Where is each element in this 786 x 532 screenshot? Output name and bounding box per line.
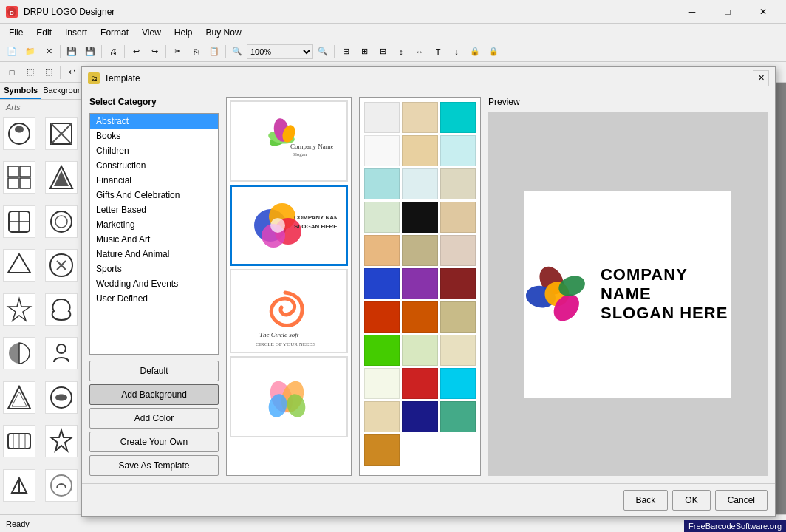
tb2-2[interactable]: ⬚ <box>21 64 39 81</box>
tb-extra2[interactable]: ⊞ <box>355 44 373 60</box>
color-swatch-29[interactable] <box>440 401 476 432</box>
color-swatch-1[interactable] <box>402 102 437 133</box>
zoom-out-button[interactable]: 🔍 <box>314 44 332 60</box>
color-swatch-3[interactable] <box>364 135 400 166</box>
symbol-7[interactable] <box>3 249 35 282</box>
cancel-button[interactable]: Cancel <box>715 490 768 511</box>
menu-help[interactable]: Help <box>168 26 199 39</box>
delete-button[interactable]: ✕ <box>40 44 58 60</box>
color-swatch-19[interactable] <box>402 301 437 332</box>
zoom-in-button[interactable]: 🔍 <box>228 44 246 60</box>
cut-button[interactable]: ✂ <box>168 44 186 60</box>
category-nature-animal[interactable]: Nature And Animal <box>90 247 218 262</box>
symbol-2[interactable] <box>45 117 78 150</box>
symbol-11[interactable] <box>3 337 35 369</box>
color-swatch-25[interactable] <box>402 368 437 399</box>
menu-format[interactable]: Format <box>95 26 134 39</box>
color-swatch-16[interactable] <box>402 268 437 299</box>
redo-button[interactable]: ↪ <box>146 44 163 60</box>
save2-button[interactable]: 💾 <box>81 44 99 60</box>
color-swatch-5[interactable] <box>440 135 476 166</box>
add-background-button[interactable]: Add Background <box>89 384 219 405</box>
category-sports[interactable]: Sports <box>90 262 218 276</box>
category-letter-based[interactable]: Letter Based <box>90 202 218 217</box>
color-swatch-23[interactable] <box>440 335 476 366</box>
save-as-template-button[interactable]: Save As Template <box>89 455 219 476</box>
symbol-17[interactable] <box>3 469 35 502</box>
color-swatch-6[interactable] <box>364 168 400 200</box>
color-swatch-14[interactable] <box>440 235 476 266</box>
category-gifts[interactable]: Gifts And Celebration <box>90 188 218 202</box>
category-construction[interactable]: Construction <box>90 158 218 173</box>
ok-button[interactable]: OK <box>672 490 710 511</box>
color-swatch-28[interactable] <box>402 401 437 432</box>
save-button[interactable]: 💾 <box>63 44 81 60</box>
symbol-14[interactable] <box>45 381 78 414</box>
tb-extra5[interactable]: ↔ <box>411 44 428 60</box>
color-swatch-4[interactable] <box>402 135 437 166</box>
color-swatch-27[interactable] <box>364 401 400 432</box>
tb-extra7[interactable]: ↓ <box>448 44 465 60</box>
tb2-1[interactable]: □ <box>3 64 21 81</box>
color-swatch-24[interactable] <box>364 368 400 399</box>
color-swatch-20[interactable] <box>440 301 476 332</box>
symbol-5[interactable] <box>3 205 35 238</box>
tb-extra9[interactable]: 🔒 <box>485 44 502 60</box>
open-button[interactable]: 📁 <box>21 44 39 60</box>
color-swatch-10[interactable] <box>402 202 437 233</box>
template-card-3[interactable]: The Circle soft CIRCLE OF YOUR NEEDS <box>230 269 348 353</box>
symbol-13[interactable] <box>3 381 35 414</box>
menu-file[interactable]: File <box>3 26 29 39</box>
copy-button[interactable]: ⎘ <box>187 44 205 60</box>
symbol-16[interactable] <box>45 425 78 457</box>
undo-button[interactable]: ↩ <box>127 44 145 60</box>
zoom-select[interactable]: 100% 75% 50% <box>247 44 313 59</box>
category-children[interactable]: Children <box>90 143 218 158</box>
category-abstract[interactable]: Abstract <box>90 114 218 129</box>
template-card-1[interactable]: Company Name Slogan <box>230 100 348 182</box>
tb-extra1[interactable]: ⊞ <box>337 44 355 60</box>
category-wedding[interactable]: Wedding And Events <box>90 276 218 291</box>
color-swatch-11[interactable] <box>440 202 476 233</box>
color-swatch-7[interactable] <box>402 168 437 200</box>
color-swatch-8[interactable] <box>440 168 476 200</box>
symbol-12[interactable] <box>45 337 78 369</box>
close-button[interactable]: ✕ <box>746 4 780 19</box>
minimize-button[interactable]: ─ <box>675 4 709 19</box>
color-swatch-12[interactable] <box>364 235 400 266</box>
color-swatch-21[interactable] <box>364 335 400 366</box>
new-button[interactable]: 📄 <box>3 44 21 60</box>
color-swatch-26[interactable] <box>440 368 476 399</box>
color-swatch-18[interactable] <box>364 301 400 332</box>
symbol-10[interactable] <box>45 293 78 326</box>
tb2-3[interactable]: ⬚ <box>40 64 58 81</box>
default-button[interactable]: Default <box>89 361 219 381</box>
create-own-button[interactable]: Create Your Own <box>89 432 219 452</box>
symbol-15[interactable] <box>3 425 35 457</box>
tb-extra4[interactable]: ↕ <box>392 44 410 60</box>
category-marketing[interactable]: Marketing <box>90 217 218 232</box>
templates-panel[interactable]: Company Name Slogan COM <box>226 97 352 476</box>
symbol-8[interactable] <box>45 249 78 282</box>
tb-extra6[interactable]: T <box>429 44 447 60</box>
menu-edit[interactable]: Edit <box>30 26 58 39</box>
dialog-close-button[interactable]: ✕ <box>753 70 769 86</box>
category-financial[interactable]: Financial <box>90 173 218 188</box>
color-swatch-15[interactable] <box>364 268 400 299</box>
symbol-3[interactable] <box>3 161 35 194</box>
paste-button[interactable]: 📋 <box>205 44 223 60</box>
category-books[interactable]: Books <box>90 129 218 143</box>
tb-extra8[interactable]: 🔒 <box>466 44 484 60</box>
print-button[interactable]: 🖨 <box>104 44 122 60</box>
color-swatch-30[interactable] <box>364 434 400 466</box>
add-color-button[interactable]: Add Color <box>89 408 219 429</box>
color-swatch-22[interactable] <box>402 335 437 366</box>
category-user-defined[interactable]: User Defined <box>90 291 218 306</box>
menu-view[interactable]: View <box>136 26 167 39</box>
template-card-4[interactable] <box>230 356 348 437</box>
symbol-1[interactable] <box>3 117 35 150</box>
maximize-button[interactable]: □ <box>711 4 745 19</box>
color-swatch-9[interactable] <box>364 202 400 233</box>
back-button[interactable]: Back <box>623 490 669 511</box>
color-swatch-2[interactable] <box>440 102 476 133</box>
